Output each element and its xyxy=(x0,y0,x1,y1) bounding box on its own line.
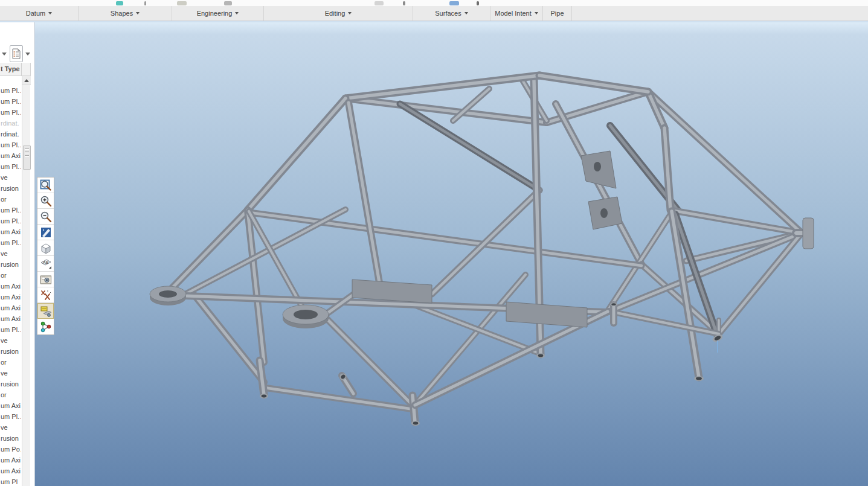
cropped-icon-sliver xyxy=(477,1,479,5)
tree-row-feature-type[interactable]: um Axis xyxy=(0,150,21,161)
ribbon-group-surfaces[interactable]: Surfaces xyxy=(413,6,490,21)
ribbon-group-model-intent[interactable]: Model Intent xyxy=(490,6,543,21)
tree-row-feature-type[interactable]: um Po.. xyxy=(0,444,21,455)
tube-cut-end xyxy=(260,394,268,398)
ribbon-group-label: Engineering xyxy=(197,10,233,17)
chevron-down-icon xyxy=(48,12,52,14)
zoom-out-icon xyxy=(39,210,53,223)
annotation-display-icon xyxy=(39,304,53,318)
tree-row-feature-type[interactable]: um Axis xyxy=(0,465,21,476)
tube-cut-end xyxy=(411,421,420,426)
tree-row-feature-type[interactable]: um Axis xyxy=(0,313,21,324)
tree-row-feature-type[interactable]: rdinat. xyxy=(0,118,21,129)
roll-cage-model[interactable] xyxy=(0,22,868,486)
tree-row-feature-type[interactable]: um Pl.. xyxy=(0,139,21,150)
tree-row-feature-type[interactable]: um Axis xyxy=(0,400,21,411)
ribbon-group-pipe[interactable]: Pipe xyxy=(543,6,572,21)
ribbon-group-engineering[interactable]: Engineering xyxy=(172,6,264,21)
tree-row-feature-type[interactable]: ve xyxy=(0,368,21,379)
list-settings-icon xyxy=(12,48,21,59)
cropped-icon-sliver xyxy=(449,1,459,5)
spin-center-button[interactable] xyxy=(37,319,54,334)
tree-row-feature-type[interactable]: um Pl.. xyxy=(0,411,21,422)
ribbon-group-shapes[interactable]: Shapes xyxy=(79,6,172,21)
ribbon-group-label: Datum xyxy=(26,10,45,17)
display-style-button[interactable] xyxy=(37,240,54,256)
tree-row-feature-type[interactable]: rdinat. xyxy=(0,129,21,139)
tree-row-feature-type[interactable]: um Pl xyxy=(0,476,21,486)
tree-row-feature-type[interactable]: rusion xyxy=(0,346,21,357)
ribbon-group-labels: DatumShapesEngineeringEditingSurfacesMod… xyxy=(0,6,868,21)
tree-row-feature-type[interactable]: rusion xyxy=(0,379,21,389)
tube-cut-end xyxy=(694,376,704,381)
ring-mount-hole xyxy=(294,310,318,319)
repaint-icon xyxy=(39,226,53,239)
tree-settings-dropdown-icon[interactable] xyxy=(25,53,30,56)
creo-application-window: DatumShapesEngineeringEditingSurfacesMod… xyxy=(0,0,868,486)
tree-row-feature-type[interactable]: um Pl.. xyxy=(0,161,21,172)
tree-row-feature-type[interactable]: um Pl.. xyxy=(0,237,21,248)
gusset-hole xyxy=(594,162,601,171)
tree-row-feature-type[interactable]: um Pl.. xyxy=(0,324,21,335)
cropped-icon-sliver xyxy=(375,1,384,5)
chevron-down-icon xyxy=(465,12,468,14)
frame-tube-highlight xyxy=(249,213,641,266)
tree-settings-button[interactable] xyxy=(10,45,23,62)
tree-row-feature-type[interactable]: ve xyxy=(0,248,21,259)
tree-row-feature-type[interactable]: or xyxy=(0,357,21,368)
tree-dropdown-icon[interactable] xyxy=(2,53,7,56)
datum-display-button[interactable] xyxy=(37,287,54,303)
ribbon-group-label: Model Intent xyxy=(495,10,532,17)
tree-row-feature-type[interactable]: rusion xyxy=(0,183,21,194)
chevron-down-icon xyxy=(535,12,538,14)
mounting-plate xyxy=(506,302,587,327)
tree-row-feature-type[interactable]: um Axis xyxy=(0,226,21,237)
refit-button[interactable] xyxy=(37,177,54,193)
tree-row-feature-type[interactable]: um Pl.. xyxy=(0,96,21,107)
tree-row-feature-type[interactable]: um Pl.. xyxy=(0,216,21,226)
ribbon-group-label: Editing xyxy=(325,10,346,17)
plane-display-button[interactable]: AB xyxy=(37,256,54,272)
cropped-icon-sliver xyxy=(403,1,405,5)
tree-row-feature-type[interactable]: um Pl.. xyxy=(0,107,21,118)
tree-row-feature-type[interactable]: ve xyxy=(0,172,21,183)
scrollbar-thumb[interactable] xyxy=(23,145,31,170)
frame-tube-highlight xyxy=(264,388,414,409)
tree-row-feature-type[interactable]: or xyxy=(0,270,21,281)
frame-tube-highlight xyxy=(326,318,413,405)
tree-row-feature-type[interactable]: rusion xyxy=(0,433,21,444)
annotation-display-button[interactable] xyxy=(37,303,54,319)
end-plate xyxy=(803,218,814,249)
tree-scrollbar[interactable] xyxy=(22,76,30,486)
tree-column-header[interactable]: t Type xyxy=(0,63,31,76)
refit-icon xyxy=(39,179,53,192)
zoom-in-button[interactable] xyxy=(37,193,54,209)
tree-row-feature-type[interactable]: or xyxy=(0,194,21,205)
tree-row-feature-type[interactable]: um Axis xyxy=(0,281,21,292)
tree-row-feature-type[interactable]: um Axis xyxy=(0,455,21,465)
ribbon-group-editing[interactable]: Editing xyxy=(264,6,413,21)
scrollbar-up-icon[interactable] xyxy=(22,76,31,85)
tree-row-feature-type[interactable]: um Axis xyxy=(0,302,21,313)
tree-row-feature-type[interactable]: or xyxy=(0,389,21,400)
tree-row-feature-type[interactable]: um Pl.. xyxy=(0,85,21,96)
frame-tube-highlight xyxy=(539,75,648,92)
datum-display-icon xyxy=(39,289,53,302)
display-style-icon xyxy=(39,241,53,255)
tree-row-feature-type[interactable]: um Axis xyxy=(0,292,21,302)
model-tree-panel: t Type um Pl..um Pl..um Pl..rdinat.rdina… xyxy=(0,21,35,486)
image-capture-button[interactable] xyxy=(37,272,54,287)
3d-viewport[interactable] xyxy=(0,22,868,486)
model-tree-toolbar xyxy=(0,45,35,63)
cropped-icon-sliver xyxy=(224,1,232,5)
tree-row-feature-type[interactable]: rusion xyxy=(0,259,21,270)
ribbon-icon-strip-cropped xyxy=(0,0,868,6)
ribbon-group-datum[interactable]: Datum xyxy=(0,6,79,21)
zoom-out-button[interactable] xyxy=(37,209,54,225)
tree-row-feature-type[interactable]: um Pl.. xyxy=(0,205,21,216)
tree-row-feature-type[interactable]: ve xyxy=(0,422,21,433)
frame-tube-highlight xyxy=(349,103,379,283)
tree-row-feature-type[interactable]: ve xyxy=(0,335,21,346)
repaint-button[interactable] xyxy=(37,225,54,240)
cropped-icon-sliver xyxy=(177,1,187,5)
